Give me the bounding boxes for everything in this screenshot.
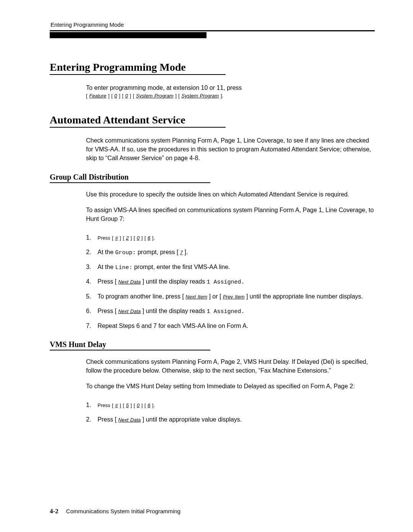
list-item: 7. Repeat Steps 6 and 7 for each VMS-AA … [86, 321, 375, 330]
page: Entering Programming Mode Entering Progr… [0, 0, 413, 532]
step-number: 2. [86, 415, 91, 424]
step-number: 1. [86, 401, 91, 409]
step-text: Press [ # ] [ 5 ] [ 0 ] [ 6 ]. [98, 402, 155, 408]
step-text: To program another line, press [ Next It… [98, 293, 363, 300]
step-text: Press [ Next Data ] until the display re… [98, 278, 245, 285]
step-number: 6. [86, 307, 91, 315]
section4-body: Check communications system Planning For… [50, 357, 375, 391]
step-text: Press [ # ] [ 2 ] [ 0 ] [ 6 ]. [98, 235, 155, 241]
subheading-rule [50, 182, 210, 183]
key-system-program: System Program [182, 93, 219, 99]
step-number: 5. [86, 292, 91, 301]
section3-body: Use this procedure to specify the outsid… [50, 190, 375, 224]
section1-intro: To enter programming mode, at extension … [86, 83, 375, 92]
section4-p1: Check communications system Planning For… [86, 357, 375, 375]
key-zero: 0 [114, 93, 117, 99]
step-number: 3. [86, 263, 91, 271]
section3-steps: 1. Press [ # ] [ 2 ] [ 0 ] [ 6 ]. 2. At … [50, 233, 375, 330]
section4-steps: 1. Press [ # ] [ 5 ] [ 0 ] [ 6 ]. 2. Pre… [50, 401, 375, 424]
list-item: 3. At the Line: prompt, enter the first … [86, 263, 375, 272]
step-number: 7. [86, 321, 91, 330]
step-number: 4. [86, 277, 91, 286]
section1-body: To enter programming mode, at extension … [50, 83, 375, 100]
list-item: 4. Press [ Next Data ] until the display… [86, 277, 375, 287]
subheading-rule [50, 350, 210, 350]
section4-p2: To change the VMS Hunt Delay setting fro… [86, 382, 375, 391]
heading-automated-attendant-service: Automated Attendant Service [50, 114, 375, 126]
section3-p1: Use this procedure to specify the outsid… [86, 190, 375, 199]
list-item: 1. Press [ # ] [ 2 ] [ 0 ] [ 6 ]. [86, 233, 375, 242]
footer-title: Communications System Initial Programmin… [66, 508, 180, 514]
key-feature: Feature [89, 93, 106, 99]
footer: 4-2 Communications System Initial Progra… [50, 508, 180, 515]
heading-vms-hunt-delay: VMS Hunt Delay [50, 340, 375, 349]
heading-entering-programming-mode: Entering Programming Mode [50, 61, 375, 73]
heading-rule [50, 127, 226, 128]
heading-rule [50, 74, 226, 75]
page-number: 4-2 [50, 508, 59, 515]
section2-intro: Check communications system Planning For… [86, 136, 375, 163]
header-black-bar [50, 32, 206, 38]
key-zero: 0 [125, 93, 128, 99]
list-item: 1. Press [ # ] [ 5 ] [ 0 ] [ 6 ]. [86, 401, 375, 410]
head-rule [50, 30, 375, 31]
step-text: At the Group: prompt, press [ 7 ]. [98, 249, 188, 255]
list-item: 5. To program another line, press [ Next… [86, 292, 375, 301]
heading-group-call-distribution: Group Call Distribution [50, 173, 375, 182]
section1-keys: [ Feature ] [ 0 ] [ 0 ] [ System Program… [86, 92, 375, 100]
step-text: At the Line: prompt, enter the first VMS… [98, 264, 230, 270]
list-item: 6. Press [ Next Data ] until the display… [86, 307, 375, 316]
running-head: Entering Programming Mode [50, 21, 375, 28]
section2-body: Check communications system Planning For… [50, 136, 375, 163]
section3-p2: To assign VMS-AA lines specified on comm… [86, 206, 375, 223]
list-item: 2. Press [ Next Data ] until the appropr… [86, 415, 375, 424]
step-text: Press [ Next Data ] until the appropriat… [98, 416, 242, 423]
list-item: 2. At the Group: prompt, press [ 7 ]. [86, 248, 375, 257]
step-text: Repeat Steps 6 and 7 for each VMS-AA lin… [98, 323, 248, 329]
key-system-program: System Program [136, 93, 174, 99]
step-text: Press [ Next Data ] until the display re… [98, 308, 245, 314]
step-number: 1. [86, 233, 91, 242]
step-number: 2. [86, 248, 91, 256]
